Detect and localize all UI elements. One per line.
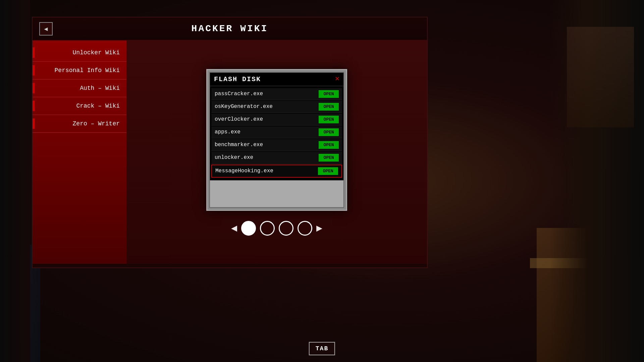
sidebar: Unlocker Wiki Personal Info Wiki Auth – … (33, 41, 126, 264)
file-row-benchmarker: benchmarker.exe OPEN (211, 139, 342, 151)
header: ◀ HACKER WIKI (33, 17, 427, 41)
main-ui: ◀ HACKER WIKI Unlocker Wiki Personal Inf… (32, 17, 428, 268)
open-button-passCracker[interactable]: OPEN (319, 90, 339, 98)
file-name-osKeyGenerator: osKeyGenerator.exe (215, 104, 273, 110)
back-button[interactable]: ◀ (39, 22, 53, 36)
page-dot-3[interactable] (279, 221, 293, 236)
sidebar-item-unlocker-wiki[interactable]: Unlocker Wiki (33, 44, 126, 62)
pagination-next-button[interactable]: ▶ (316, 222, 322, 234)
page-title: HACKER WIKI (192, 23, 268, 34)
back-icon: ◀ (44, 25, 48, 33)
pagination: ◀ ▶ (231, 221, 322, 236)
file-row-unlocker: unlocker.exe OPEN (211, 152, 342, 164)
bg-shelf (567, 27, 634, 127)
page-dot-4[interactable] (298, 221, 312, 236)
modal-title: FLASH DISK (214, 75, 261, 83)
pagination-prev-button[interactable]: ◀ (231, 222, 237, 234)
open-button-overClocker[interactable]: OPEN (319, 116, 339, 123)
file-row-apps: apps.exe OPEN (211, 126, 342, 138)
file-row-overClocker: overClocker.exe OPEN (211, 114, 342, 126)
bg-wall-left (0, 0, 30, 362)
flash-disk-modal: FLASH DISK ✕ passCracker.exe OPEN osKeyG… (206, 69, 347, 211)
modal-title-bar: FLASH DISK ✕ (210, 73, 343, 86)
tab-button[interactable]: TAB (309, 342, 335, 355)
modal-close-button[interactable]: ✕ (335, 75, 339, 83)
page-dot-2[interactable] (260, 221, 275, 236)
sidebar-item-crack-wiki[interactable]: Crack – Wiki (33, 97, 126, 115)
file-row-messageHooking: MessageHooking.exe OPEN (211, 165, 342, 178)
file-name-unlocker: unlocker.exe (215, 155, 253, 161)
open-button-unlocker[interactable]: OPEN (319, 154, 339, 162)
body-layout: Unlocker Wiki Personal Info Wiki Auth – … (33, 41, 427, 264)
sidebar-item-auth-wiki[interactable]: Auth – Wiki (33, 79, 126, 97)
file-name-messageHooking: MessageHooking.exe (215, 168, 273, 174)
main-content: FLASH DISK ✕ passCracker.exe OPEN osKeyG… (126, 41, 427, 264)
modal-body: passCracker.exe OPEN osKeyGenerator.exe … (210, 86, 343, 180)
file-name-overClocker: overClocker.exe (215, 116, 263, 122)
sidebar-item-zero-writer[interactable]: Zero – Writer (33, 115, 126, 133)
modal-inner: FLASH DISK ✕ passCracker.exe OPEN osKeyG… (209, 72, 344, 208)
modal-footer-space (210, 180, 343, 207)
file-row-passCracker: passCracker.exe OPEN (211, 88, 342, 100)
open-button-benchmarker[interactable]: OPEN (319, 141, 339, 149)
file-name-benchmarker: benchmarker.exe (215, 142, 263, 148)
open-button-osKeyGenerator[interactable]: OPEN (319, 103, 339, 111)
sidebar-item-personal-info-wiki[interactable]: Personal Info Wiki (33, 62, 126, 79)
file-row-osKeyGenerator: osKeyGenerator.exe OPEN (211, 101, 342, 113)
file-name-apps: apps.exe (215, 129, 240, 135)
open-button-apps[interactable]: OPEN (319, 128, 339, 136)
file-name-passCracker: passCracker.exe (215, 91, 263, 97)
open-button-messageHooking[interactable]: OPEN (318, 167, 338, 175)
page-dot-1[interactable] (241, 221, 256, 236)
